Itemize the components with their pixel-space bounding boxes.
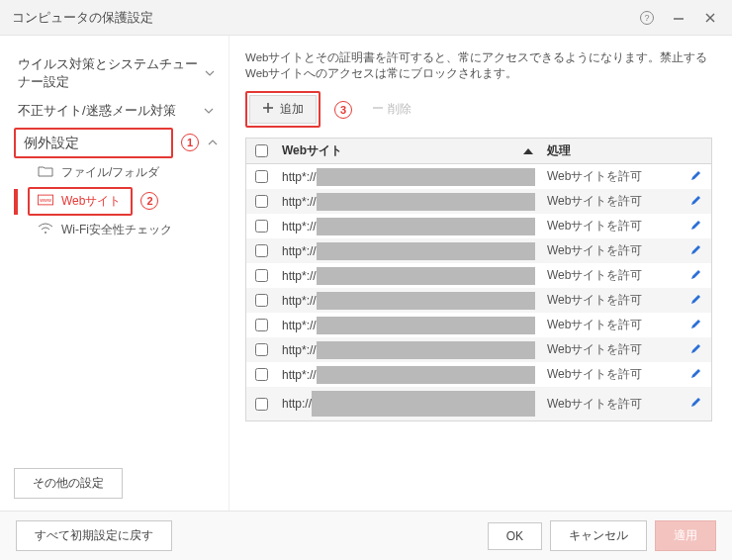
cell-action: Webサイトを許可 [541,396,680,413]
cell-action: Webサイトを許可 [541,366,680,383]
edit-icon[interactable] [689,169,702,185]
row-checkbox[interactable] [255,170,268,183]
sidebar-item-label: Webサイト [61,193,121,210]
redacted-mask [317,218,535,235]
add-label: 追加 [280,101,304,118]
cell-site: http*:// [276,193,541,211]
edit-icon[interactable] [689,268,702,284]
url-prefix: http*:// [282,343,317,357]
cell-site: http*:// [276,168,541,186]
cell-site: http*:// [276,317,541,334]
sidebar-item-label: ファイル/フォルダ [61,164,159,181]
row-checkbox[interactable] [255,195,268,208]
redacted-mask [317,168,535,186]
sidebar-item-label: Wi-Fi安全性チェック [61,222,172,238]
edit-icon[interactable] [689,318,702,333]
edit-icon[interactable] [689,396,702,412]
sidebar: ウイルス対策とシステムチューナー設定 不正サイト/迷惑メール対策 例外設定 1 … [0,36,229,511]
website-table: Webサイト 処理 http*://Webサイトを許可http*://Webサイ… [245,138,712,421]
help-icon[interactable]: ? [637,8,657,28]
url-prefix: http*:// [282,195,317,209]
nav-label: 不正サイト/迷惑メール対策 [18,102,176,120]
nav-label: ウイルス対策とシステムチューナー設定 [18,55,205,90]
redacted-mask [317,292,535,310]
annotation-three: 3 [334,101,352,119]
table-row: http*://Webサイトを許可 [246,214,711,238]
url-prefix: http:// [282,397,312,411]
row-checkbox[interactable] [255,244,268,257]
cell-action: Webサイトを許可 [541,292,680,309]
nav-group-fraud[interactable]: 不正サイト/迷惑メール対策 [14,96,219,126]
edit-icon[interactable] [689,194,702,210]
cell-site: http*:// [276,341,541,359]
redacted-mask [312,391,535,417]
edit-icon[interactable] [689,243,702,259]
redacted-mask [317,341,535,359]
cancel-button[interactable]: キャンセル [550,520,647,551]
table-row: http*://Webサイトを許可 [246,362,711,387]
redacted-mask [317,317,535,334]
cell-action: Webサイトを許可 [541,267,680,284]
wifi-icon [38,222,53,238]
other-settings-button[interactable]: その他の設定 [14,468,123,499]
cell-site: http*:// [276,267,541,285]
sidebar-item-file-folder[interactable]: ファイル/フォルダ [14,158,219,187]
edit-icon[interactable] [689,219,702,234]
select-all-checkbox[interactable] [255,144,268,157]
toolbar: 追加 3 削除 [245,91,712,128]
cell-action: Webサイトを許可 [541,242,680,259]
row-checkbox[interactable] [255,220,268,233]
row-checkbox[interactable] [255,398,268,411]
row-checkbox[interactable] [255,343,268,356]
table-header: Webサイト 処理 [246,139,711,164]
minimize-icon[interactable] [669,8,688,28]
nav-label: 例外設定 [24,134,79,152]
close-icon[interactable] [700,8,720,28]
row-checkbox[interactable] [255,269,268,282]
cell-site: http*:// [276,366,541,384]
ok-button[interactable]: OK [488,522,542,550]
edit-icon[interactable] [689,367,702,383]
url-prefix: http*:// [282,269,317,283]
apply-button[interactable]: 適用 [655,520,716,551]
cell-action: Webサイトを許可 [541,317,680,333]
nav-group-exception[interactable]: 例外設定 [14,128,173,158]
svg-point-7 [45,232,46,233]
delete-button[interactable]: 削除 [366,100,417,119]
redacted-mask [317,242,535,260]
sort-asc-icon [523,148,533,154]
svg-text:www: www [40,197,51,203]
description-text: Webサイトとその証明書を許可すると、常にアクセスできるようになります。禁止する… [245,49,712,81]
www-icon: www [38,193,53,210]
table-row: http*://Webサイトを許可 [246,189,711,214]
plus-icon [262,102,274,117]
url-prefix: http*:// [282,220,317,233]
reset-defaults-button[interactable]: すべて初期設定に戻す [16,520,172,551]
column-action[interactable]: 処理 [541,142,680,159]
nav-group-virus[interactable]: ウイルス対策とシステムチューナー設定 [14,49,219,96]
row-checkbox[interactable] [255,368,268,381]
cell-action: Webサイトを許可 [541,193,680,210]
sidebar-item-website[interactable]: www Webサイト [28,187,133,216]
cell-site: http*:// [276,242,541,260]
content-area: ウイルス対策とシステムチューナー設定 不正サイト/迷惑メール対策 例外設定 1 … [0,36,732,511]
add-button[interactable]: 追加 [249,95,317,124]
sidebar-item-wifi[interactable]: Wi-Fi安全性チェック [14,216,219,244]
cell-site: http:// [276,391,541,417]
svg-text:?: ? [644,13,649,23]
annotation-one: 1 [181,134,199,151]
active-indicator [14,189,18,215]
title-bar: コンピュータの保護設定 ? [0,0,732,36]
column-site[interactable]: Webサイト [276,142,541,159]
edit-icon[interactable] [689,342,702,358]
url-prefix: http*:// [282,244,317,258]
row-checkbox[interactable] [255,294,268,307]
chevron-up-icon [207,137,219,148]
row-checkbox[interactable] [255,319,268,331]
table-body: http*://Webサイトを許可http*://Webサイトを許可http*:… [246,164,711,420]
edit-icon[interactable] [689,293,702,309]
url-prefix: http*:// [282,170,317,184]
minus-icon [372,102,384,117]
redacted-mask [317,267,535,285]
url-prefix: http*:// [282,319,317,332]
